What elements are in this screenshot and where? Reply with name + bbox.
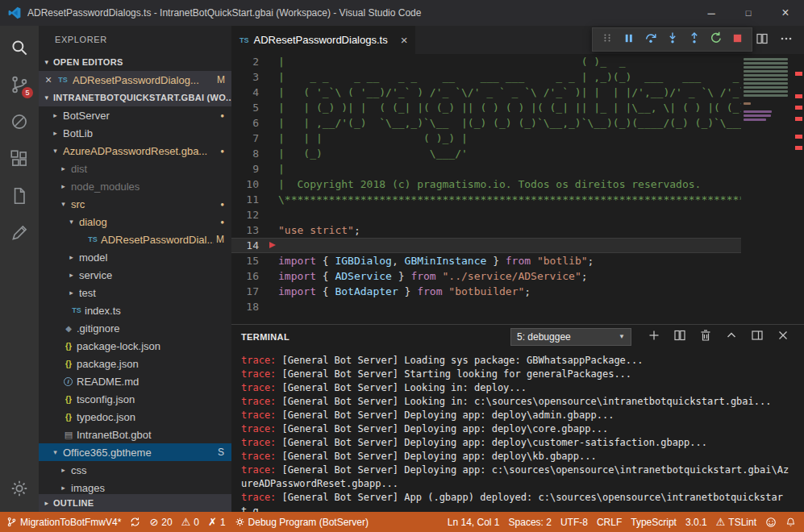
code-line-7[interactable]: 7| | | ( )_) | | bbox=[231, 131, 804, 146]
code-line-6[interactable]: 6| | ,__/'(_) `\__,_)`\__ |(_) (_) (_)`\… bbox=[231, 115, 804, 131]
code-line-3[interactable]: 3| _ _ _ __ _ _ __ ___ ___ _ _ | ,_)(_) … bbox=[231, 69, 804, 85]
step-into-button[interactable] bbox=[661, 28, 683, 51]
statusbar-language-mode[interactable]: TypeScript bbox=[631, 517, 677, 528]
line-number[interactable]: 13 bbox=[231, 222, 264, 238]
tree-item-test[interactable]: ▸test bbox=[39, 284, 231, 301]
code-line-2[interactable]: 2| ( )_ _ | bbox=[231, 54, 804, 69]
code-line-10[interactable]: 10| Copyright 2018 (c) pragmatismo.io. T… bbox=[231, 177, 804, 192]
tree-item-adresetpassworddial[interactable]: TSADResetPasswordDial...M bbox=[39, 231, 231, 248]
step-over-button[interactable] bbox=[639, 28, 661, 51]
code-line-4[interactable]: 4| ( '_`\ ( '__)/'_` ) /'_ `\/' _ ` _ `\… bbox=[231, 85, 804, 100]
tree-item-dist[interactable]: ▸dist bbox=[39, 160, 231, 177]
line-number[interactable]: 16 bbox=[231, 268, 264, 284]
line-number[interactable]: 11 bbox=[231, 192, 264, 207]
maximize-button[interactable]: □ bbox=[730, 0, 767, 26]
activity-debug-button[interactable] bbox=[0, 103, 39, 140]
tree-item-intranetbot-gbot[interactable]: ▤IntranetBot.gbot bbox=[39, 426, 231, 443]
statusbar-debug-program[interactable]: Debug Program (BotServer) bbox=[235, 517, 369, 528]
maximize-panel-button[interactable] bbox=[720, 326, 743, 347]
statusbar-feedback[interactable] bbox=[765, 517, 777, 528]
folder-collapsed-icon[interactable]: ▸ bbox=[66, 271, 77, 279]
tree-item-index-ts[interactable]: TSindex.ts bbox=[39, 301, 231, 319]
activity-source-control-button[interactable]: 5 bbox=[0, 66, 39, 103]
statusbar-extra-count[interactable]: ✗1 bbox=[208, 517, 226, 528]
open-editor-item[interactable]: ×TSADResetPasswordDialog...M bbox=[39, 71, 231, 89]
statusbar-cursor-position[interactable]: Ln 14, Col 1 bbox=[448, 517, 500, 528]
kill-terminal-button[interactable] bbox=[694, 326, 717, 347]
statusbar-git-branch[interactable]: MigrationToBotFmwV4* bbox=[6, 517, 121, 528]
code-line-9[interactable]: 9| | bbox=[231, 161, 804, 177]
drag-handle-button[interactable] bbox=[596, 28, 618, 51]
close-editor-icon[interactable]: × bbox=[44, 73, 53, 86]
line-number[interactable]: 2 bbox=[231, 54, 264, 69]
statusbar-tslint[interactable]: ⚠TSLint bbox=[716, 517, 756, 528]
tree-item-office365-gbtheme[interactable]: ▾Office365.gbthemeS bbox=[39, 443, 231, 461]
folder-expanded-icon[interactable]: ▾ bbox=[50, 448, 60, 456]
statusbar-errors[interactable]: ⊘20 bbox=[149, 517, 172, 528]
folder-collapsed-icon[interactable]: ▸ bbox=[50, 129, 60, 137]
pause-button[interactable] bbox=[618, 28, 639, 51]
code-line-8[interactable]: 8| (_) \___/' | bbox=[231, 146, 804, 161]
statusbar-notifications[interactable] bbox=[785, 517, 796, 528]
tab-active-file[interactable]: TS ADResetPasswordDialogs.ts × bbox=[231, 26, 415, 54]
folder-expanded-icon[interactable]: ▾ bbox=[50, 147, 60, 155]
tree-item-node-modules[interactable]: ▸node_modules bbox=[39, 177, 231, 195]
line-number[interactable]: 17 bbox=[231, 284, 264, 299]
statusbar-warnings[interactable]: ⚠0 bbox=[181, 517, 199, 528]
close-panel-button[interactable] bbox=[772, 326, 794, 347]
tab-close-icon[interactable]: × bbox=[401, 33, 408, 47]
tree-item-model[interactable]: ▸model bbox=[39, 248, 231, 266]
activity-documents-button[interactable] bbox=[0, 177, 39, 214]
tree-item-readme-md[interactable]: iREADME.md bbox=[39, 372, 231, 390]
statusbar-typescript-version[interactable]: 3.0.1 bbox=[685, 517, 707, 528]
tree-item-botserver[interactable]: ▸BotServer● bbox=[39, 106, 231, 124]
activity-settings-button[interactable] bbox=[0, 470, 39, 507]
line-number[interactable]: 4 bbox=[231, 85, 264, 100]
tree-item-gitignore[interactable]: ◆.gitignore bbox=[39, 319, 231, 337]
tree-item-azureadpasswordreset-gba[interactable]: ▾AzureADPasswordReset.gba...● bbox=[39, 142, 231, 160]
folder-collapsed-icon[interactable]: ▸ bbox=[66, 253, 77, 261]
statusbar-eol[interactable]: CRLF bbox=[597, 517, 622, 528]
line-number[interactable]: 3 bbox=[231, 69, 264, 85]
code-line-16[interactable]: 16import { ADService } from "../service/… bbox=[231, 268, 804, 284]
code-editor[interactable]: 2| ( )_ _ |3| _ _ _ __ _ _ __ ___ ___ _ … bbox=[231, 54, 804, 324]
split-terminal-button[interactable] bbox=[669, 326, 691, 347]
line-number[interactable]: 15 bbox=[231, 253, 264, 268]
code-line-5[interactable]: 5| | (_) )| | ( (_| |( (_) || ( ) ( ) |(… bbox=[231, 100, 804, 115]
tree-item-package-json[interactable]: {}package.json bbox=[39, 355, 231, 372]
statusbar-indentation[interactable]: Spaces: 2 bbox=[509, 517, 552, 528]
line-number[interactable]: 12 bbox=[231, 207, 264, 222]
folder-expanded-icon[interactable]: ▾ bbox=[66, 218, 77, 226]
folder-collapsed-icon[interactable]: ▸ bbox=[50, 111, 60, 119]
tree-item-botlib[interactable]: ▸BotLib bbox=[39, 124, 231, 142]
line-number[interactable]: 5 bbox=[231, 100, 264, 115]
code-line-11[interactable]: 11\*************************************… bbox=[231, 192, 804, 207]
tree-item-service[interactable]: ▸service bbox=[39, 266, 231, 284]
line-number[interactable]: 10 bbox=[231, 177, 264, 192]
workspace-header[interactable]: ▾ INTRANETBOTQUICKSTART.GBAI (WO... bbox=[39, 89, 231, 106]
activity-extensions-button[interactable] bbox=[0, 140, 39, 177]
minimap[interactable] bbox=[741, 54, 793, 324]
tree-item-dialog[interactable]: ▾dialog● bbox=[39, 213, 231, 231]
tree-item-css[interactable]: ▸css bbox=[39, 461, 231, 479]
stop-button[interactable] bbox=[727, 28, 748, 51]
code-line-12[interactable]: 12 bbox=[231, 207, 804, 222]
code-line-15[interactable]: 15import { IGBDialog, GBMinInstance } fr… bbox=[231, 253, 804, 268]
activity-edit-button[interactable] bbox=[0, 214, 39, 251]
tree-item-images[interactable]: ▸images bbox=[39, 479, 231, 494]
folder-collapsed-icon[interactable]: ▸ bbox=[58, 484, 69, 492]
folder-collapsed-icon[interactable]: ▸ bbox=[66, 289, 77, 297]
line-number[interactable]: 14 bbox=[231, 238, 264, 253]
folder-collapsed-icon[interactable]: ▸ bbox=[58, 164, 69, 172]
terminal-output[interactable]: trace: [General Bot Server] Loading sys … bbox=[231, 348, 804, 512]
new-terminal-button[interactable] bbox=[643, 326, 665, 347]
folder-collapsed-icon[interactable]: ▸ bbox=[58, 182, 69, 190]
more-actions-button[interactable] bbox=[777, 32, 796, 48]
line-number[interactable]: 18 bbox=[231, 299, 264, 314]
tree-item-tsconfig-json[interactable]: {}tsconfig.json bbox=[39, 390, 231, 408]
restart-button[interactable] bbox=[705, 28, 727, 51]
terminal-selector-dropdown[interactable]: 5: debuggee ▼ bbox=[510, 328, 631, 346]
line-number[interactable]: 6 bbox=[231, 115, 264, 131]
folder-collapsed-icon[interactable]: ▸ bbox=[58, 466, 69, 474]
line-number[interactable]: 9 bbox=[231, 161, 264, 177]
